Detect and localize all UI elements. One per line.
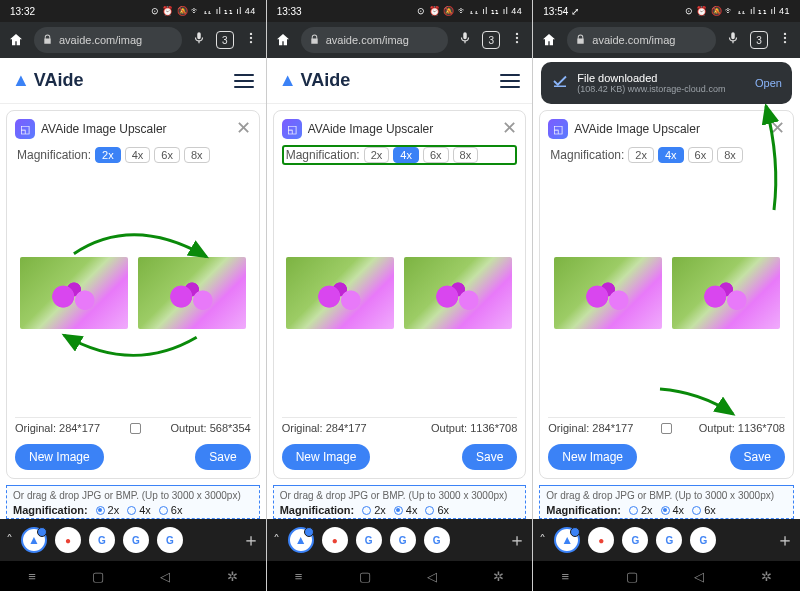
chevron-up-icon[interactable]: ˄ — [6, 532, 13, 548]
below-mag-radio-2x[interactable]: 2x — [362, 504, 386, 516]
save-button[interactable]: Save — [195, 444, 250, 470]
magnification-option-6x[interactable]: 6x — [423, 147, 449, 163]
output-preview — [672, 257, 780, 329]
nav-recents-icon[interactable]: ≡ — [28, 569, 36, 584]
tab-google-2[interactable]: G — [123, 527, 149, 553]
tab-google-3[interactable]: G — [424, 527, 450, 553]
lock-icon — [575, 34, 586, 47]
nav-accessibility-icon[interactable]: ✲ — [227, 569, 238, 584]
svg-point-0 — [249, 33, 251, 35]
tab-google-2[interactable]: G — [390, 527, 416, 553]
menu-dots-icon[interactable] — [778, 31, 792, 49]
nav-back-icon[interactable]: ◁ — [427, 569, 437, 584]
magnification-option-4x[interactable]: 4x — [125, 147, 151, 163]
status-bar: 13:33 ⊙ ⏰ 🔕 ᯤ ₁₁ ıl ₁₁ ıl 44 — [267, 0, 533, 22]
nav-home-icon[interactable]: ▢ — [626, 569, 638, 584]
magnification-option-6x[interactable]: 6x — [154, 147, 180, 163]
below-mag-radio-4x[interactable]: 4x — [127, 504, 151, 516]
magnification-option-6x[interactable]: 6x — [688, 147, 714, 163]
tabs-button[interactable]: 3 — [482, 31, 500, 49]
tab-avaide[interactable]: ▲ — [21, 527, 47, 553]
status-icons: ⊙ ⏰ 🔕 ᯤ ₁₁ ıl ₁₁ ıl 41 — [685, 6, 790, 16]
new-tab-button[interactable]: ＋ — [776, 528, 794, 552]
tabs-button[interactable]: 3 — [216, 31, 234, 49]
new-image-button[interactable]: New Image — [282, 444, 371, 470]
mic-icon[interactable] — [458, 31, 472, 49]
below-mag-radio-6x[interactable]: 6x — [159, 504, 183, 516]
tab-google-3[interactable]: G — [157, 527, 183, 553]
io-checkbox[interactable] — [130, 423, 141, 434]
new-image-button[interactable]: New Image — [548, 444, 637, 470]
menu-dots-icon[interactable] — [510, 31, 524, 49]
brand-logo[interactable]: ▲ VAide — [279, 70, 351, 91]
tab-generic-1[interactable]: ● — [588, 527, 614, 553]
chevron-up-icon[interactable]: ˄ — [539, 532, 546, 548]
svg-point-1 — [249, 37, 251, 39]
status-icons: ⊙ ⏰ 🔕 ᯤ ₁₁ ıl ₁₁ ıl 44 — [151, 6, 256, 16]
home-icon[interactable] — [275, 32, 291, 48]
tab-google-2[interactable]: G — [656, 527, 682, 553]
magnification-option-8x[interactable]: 8x — [184, 147, 210, 163]
tab-avaide[interactable]: ▲ — [554, 527, 580, 553]
save-button[interactable]: Save — [730, 444, 785, 470]
mic-icon[interactable] — [192, 31, 206, 49]
nav-back-icon[interactable]: ◁ — [694, 569, 704, 584]
home-icon[interactable] — [541, 32, 557, 48]
lock-icon — [309, 34, 320, 47]
magnification-option-8x[interactable]: 8x — [717, 147, 743, 163]
menu-dots-icon[interactable] — [244, 31, 258, 49]
nav-home-icon[interactable]: ▢ — [359, 569, 371, 584]
url-bar[interactable]: avaide.com/imag — [567, 27, 716, 53]
nav-back-icon[interactable]: ◁ — [160, 569, 170, 584]
new-image-button[interactable]: New Image — [15, 444, 104, 470]
below-mag-radio-4x[interactable]: 4x — [661, 504, 685, 516]
magnification-label: Magnification: — [286, 148, 360, 162]
url-text: avaide.com/imag — [326, 34, 409, 46]
tab-avaide[interactable]: ▲ — [288, 527, 314, 553]
close-icon[interactable]: ✕ — [236, 117, 251, 139]
below-mag-radio-2x[interactable]: 2x — [96, 504, 120, 516]
magnification-option-2x[interactable]: 2x — [364, 147, 390, 163]
mic-icon[interactable] — [726, 31, 740, 49]
nav-home-icon[interactable]: ▢ — [92, 569, 104, 584]
close-icon[interactable]: ✕ — [502, 117, 517, 139]
new-tab-button[interactable]: ＋ — [508, 528, 526, 552]
card-title-row: ◱ AVAide Image Upscaler — [15, 119, 251, 139]
home-icon[interactable] — [8, 32, 24, 48]
nav-accessibility-icon[interactable]: ✲ — [493, 569, 504, 584]
below-mag-radio-4x[interactable]: 4x — [394, 504, 418, 516]
io-checkbox[interactable] — [661, 423, 672, 434]
below-mag-radio-6x[interactable]: 6x — [425, 504, 449, 516]
tab-google-3[interactable]: G — [690, 527, 716, 553]
tab-google-1[interactable]: G — [356, 527, 382, 553]
snackbar-open-button[interactable]: Open — [755, 77, 782, 89]
chevron-up-icon[interactable]: ˄ — [273, 532, 280, 548]
magnification-option-8x[interactable]: 8x — [453, 147, 479, 163]
original-preview — [20, 257, 128, 329]
magnification-option-4x[interactable]: 4x — [393, 147, 419, 163]
magnification-option-4x[interactable]: 4x — [658, 147, 684, 163]
save-button[interactable]: Save — [462, 444, 517, 470]
magnification-option-2x[interactable]: 2x — [628, 147, 654, 163]
url-bar[interactable]: avaide.com/imag — [34, 27, 182, 53]
new-tab-button[interactable]: ＋ — [242, 528, 260, 552]
close-icon[interactable]: ✕ — [770, 117, 785, 139]
tab-generic-1[interactable]: ● — [322, 527, 348, 553]
below-mag-radio-6x[interactable]: 6x — [692, 504, 716, 516]
nav-recents-icon[interactable]: ≡ — [295, 569, 303, 584]
tab-google-1[interactable]: G — [89, 527, 115, 553]
hamburger-icon[interactable] — [234, 74, 254, 88]
tab-generic-1[interactable]: ● — [55, 527, 81, 553]
drop-hint-section: Or drag & drop JPG or BMP. (Up to 3000 x… — [273, 485, 527, 519]
card-title: AVAide Image Upscaler — [308, 122, 434, 136]
url-bar[interactable]: avaide.com/imag — [301, 27, 449, 53]
nav-accessibility-icon[interactable]: ✲ — [761, 569, 772, 584]
below-mag-radio-2x[interactable]: 2x — [629, 504, 653, 516]
nav-recents-icon[interactable]: ≡ — [562, 569, 570, 584]
card-title: AVAide Image Upscaler — [41, 122, 167, 136]
hamburger-icon[interactable] — [500, 74, 520, 88]
magnification-option-2x[interactable]: 2x — [95, 147, 121, 163]
brand-logo[interactable]: ▲ VAide — [12, 70, 84, 91]
tabs-button[interactable]: 3 — [750, 31, 768, 49]
tab-google-1[interactable]: G — [622, 527, 648, 553]
